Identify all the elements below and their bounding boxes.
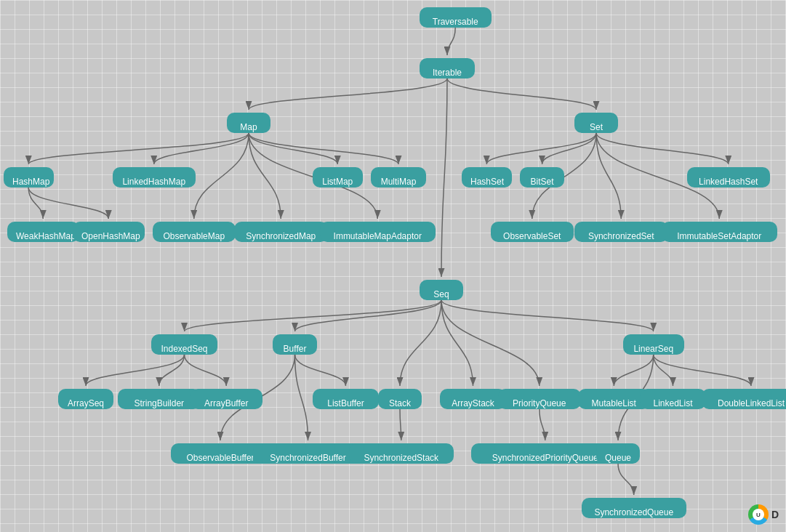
connection-IndexedSeq-to-StringBuilder	[159, 355, 185, 386]
connection-Buffer-to-ListBuffer	[295, 355, 346, 386]
node-synchronizedbuffer[interactable]: SynchronizedBuffer	[253, 443, 363, 464]
node-observablemap[interactable]: ObservableMap	[153, 222, 236, 242]
node-stack[interactable]: Stack	[378, 389, 422, 409]
node-seq[interactable]: Seq	[420, 280, 463, 300]
node-weakhashmap[interactable]: WeakHashMap	[7, 222, 79, 242]
node-priorityqueue[interactable]: PriorityQueue	[498, 389, 581, 409]
node-immutablemapadaptor[interactable]: ImmutableMapAdaptor	[320, 222, 436, 242]
connection-Iterable-to-Seq	[441, 78, 447, 277]
node-listmap[interactable]: ListMap	[313, 167, 363, 188]
node-bitset[interactable]: BitSet	[520, 167, 564, 188]
connection-Map-to-ListMap	[249, 133, 337, 164]
node-mutablelist[interactable]: MutableList	[578, 389, 650, 409]
connection-Iterable-to-Map	[249, 78, 447, 110]
node-arraystack[interactable]: ArrayStack	[440, 389, 506, 409]
connection-HashMap-to-OpenHashMap	[28, 188, 108, 219]
connection-Buffer-to-SynchronizedBuffer	[295, 355, 308, 440]
node-traversable[interactable]: Traversable	[420, 7, 492, 28]
node-synchronizedstack[interactable]: SynchronizedStack	[349, 443, 454, 464]
node-observableset[interactable]: ObservableSet	[491, 222, 574, 242]
node-hashset[interactable]: HashSet	[462, 167, 512, 188]
node-doublelinkedlist[interactable]: DoubleLinkedList	[702, 389, 786, 409]
connection-Seq-to-Stack	[400, 300, 441, 386]
connection-Map-to-LinkedHashMap	[154, 133, 249, 164]
connection-Set-to-HashSet	[486, 133, 596, 164]
connection-Map-to-MultiMap	[249, 133, 398, 164]
connection-Seq-to-ArrayStack	[441, 300, 473, 386]
node-indexedseq[interactable]: IndexedSeq	[151, 334, 217, 355]
node-immutablesetadaptor[interactable]: ImmutableSetAdaptor	[662, 222, 777, 242]
node-set[interactable]: Set	[574, 113, 618, 133]
node-buffer[interactable]: Buffer	[273, 334, 317, 355]
node-arraybuffer[interactable]: ArrayBuffer	[191, 389, 262, 409]
connection-Seq-to-Buffer	[295, 300, 442, 331]
node-iterable[interactable]: Iterable	[420, 58, 475, 78]
node-linkedhashmap[interactable]: LinkedHashMap	[113, 167, 196, 188]
node-hashmap[interactable]: HashMap	[4, 167, 54, 188]
node-synchronizedmap[interactable]: SynchronizedMap	[234, 222, 328, 242]
node-arrayseq[interactable]: ArraySeq	[58, 389, 113, 409]
node-stringbuilder[interactable]: StringBuilder	[118, 389, 201, 409]
connection-Map-to-HashMap	[28, 133, 249, 164]
watermark: U D	[748, 504, 779, 525]
connection-Queue-to-SynchronizedQueue	[618, 464, 634, 495]
node-linkedhashset[interactable]: LinkedHashSet	[687, 167, 770, 188]
node-synchronizedqueue[interactable]: SynchronizedQueue	[582, 498, 686, 518]
connection-Seq-to-LinearSeq	[441, 300, 654, 331]
node-map[interactable]: Map	[227, 113, 270, 133]
node-linearseq[interactable]: LinearSeq	[623, 334, 684, 355]
connection-Seq-to-IndexedSeq	[185, 300, 442, 331]
connection-LinearSeq-to-DoubleLinkedList	[654, 355, 751, 386]
node-listbuffer[interactable]: ListBuffer	[313, 389, 379, 409]
connection-Iterable-to-Set	[447, 78, 596, 110]
node-linkedlist[interactable]: LinkedList	[640, 389, 706, 409]
node-openhashmap[interactable]: OpenHashMap	[73, 222, 145, 242]
connection-Stack-to-SynchronizedStack	[400, 409, 401, 440]
node-queue[interactable]: Queue	[596, 443, 640, 464]
node-synchronizedset[interactable]: SynchronizedSet	[574, 222, 668, 242]
node-multimap[interactable]: MultiMap	[371, 167, 426, 188]
connection-IndexedSeq-to-ArrayBuffer	[185, 355, 227, 386]
connection-IndexedSeq-to-ArraySeq	[86, 355, 185, 386]
connection-PriorityQueue-to-SynchronizedPriorityQueue	[540, 409, 545, 440]
